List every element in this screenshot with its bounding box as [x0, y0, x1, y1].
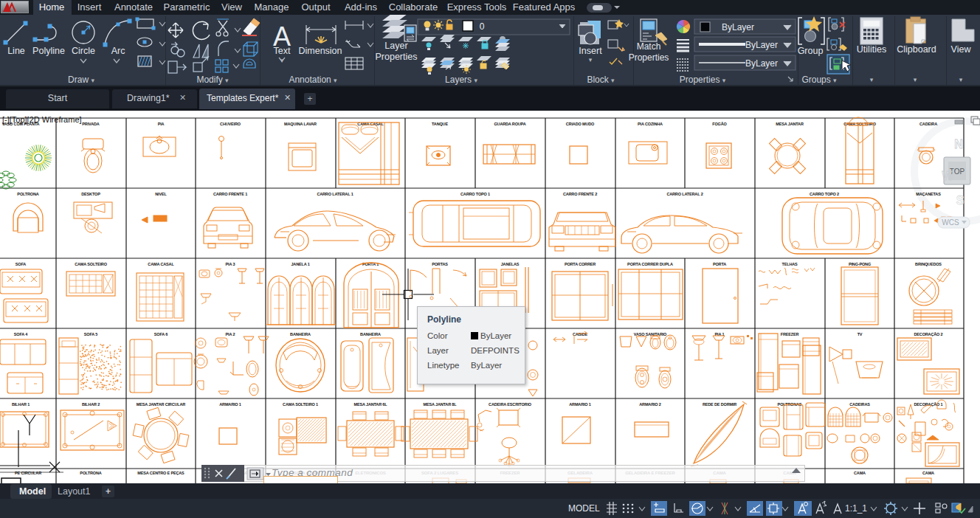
svg-text:SOFA 5: SOFA 5 [84, 332, 98, 336]
svg-text:PIA 2: PIA 2 [226, 332, 235, 336]
svg-text:PORTA CORRER DUPLA: PORTA CORRER DUPLA [627, 262, 673, 266]
svg-text:BILHAR 1: BILHAR 1 [12, 402, 30, 407]
svg-text:MESA JANTAR CIRCULAR: MESA JANTAR CIRCULAR [137, 402, 186, 407]
svg-text:BRINQUEDOS: BRINQUEDOS [915, 262, 942, 266]
svg-text:POLTRONA: POLTRONA [80, 471, 101, 475]
svg-text:ByLayer: ByLayer [745, 40, 778, 50]
svg-text:WCS: WCS [942, 218, 959, 227]
svg-text:CADEIRA: CADEIRA [919, 122, 937, 126]
svg-text:PE CIRCULAR: PE CIRCULAR [15, 471, 41, 475]
svg-text:ARMARIO 2: ARMARIO 2 [639, 402, 661, 407]
svg-text:FOGÃO: FOGÃO [712, 122, 727, 126]
svg-text:ARMARIO 1: ARMARIO 1 [569, 402, 591, 407]
svg-text:FREEZER: FREEZER [781, 332, 799, 336]
svg-text:VASO SANITARIO: VASO SANITARIO [634, 332, 667, 336]
svg-text:TELHAS: TELHAS [781, 262, 798, 266]
svg-text:CAMA: CAMA [922, 471, 934, 475]
svg-text:MESA JANTAR 6L: MESA JANTAR 6L [354, 402, 388, 407]
svg-text:CARRO FRENTE 2: CARRO FRENTE 2 [563, 192, 597, 196]
svg-text:ARMARIO 1: ARMARIO 1 [219, 402, 241, 407]
svg-text:N: N [954, 138, 963, 151]
svg-text:CARRO FRENTE 1: CARRO FRENTE 1 [213, 192, 247, 196]
svg-text:MESA JANTAR 8L: MESA JANTAR 8L [424, 402, 458, 407]
svg-text:CAMA: CAMA [854, 471, 866, 475]
svg-text:CARRO TOPO 1: CARRO TOPO 1 [460, 192, 490, 196]
svg-text:JANELAS: JANELAS [501, 262, 520, 266]
svg-text:PIA COZINHA: PIA COZINHA [638, 122, 663, 126]
svg-text:ByLayer: ByLayer [745, 58, 778, 69]
svg-text:BILHAR 2: BILHAR 2 [82, 402, 100, 407]
svg-text:CARRO TOPO 2: CARRO TOPO 2 [810, 192, 839, 196]
svg-text:CHUVEIRO: CHUVEIRO [220, 122, 241, 126]
svg-text:PORTA CORRER: PORTA CORRER [565, 262, 596, 266]
svg-text:GUARDA ROUPA: GUARDA ROUPA [494, 122, 525, 126]
svg-text:TV: TV [858, 332, 863, 336]
svg-text:MAÇANETAS: MAÇANETAS [916, 192, 941, 196]
svg-text:DECORAÇÃO 1: DECORAÇÃO 1 [914, 402, 943, 407]
svg-text:SOFA: SOFA [15, 262, 27, 266]
svg-text:PORTAS: PORTAS [432, 262, 448, 266]
svg-text:NIVEL: NIVEL [155, 192, 167, 196]
svg-text:PING-PONG: PING-PONG [849, 262, 871, 266]
svg-text:0: 0 [480, 21, 485, 32]
svg-text:1:1_1: 1:1_1 [845, 503, 867, 514]
svg-text:TANQUE: TANQUE [432, 122, 448, 126]
svg-text:S: S [956, 194, 965, 207]
svg-text:SOFA 4: SOFA 4 [14, 332, 29, 336]
svg-text:PORTA: PORTA [713, 262, 726, 266]
svg-text:JANELA 1: JANELA 1 [291, 262, 309, 266]
svg-text:DESKTOP: DESKTOP [81, 192, 100, 196]
svg-text:[-][Top][2D Wireframe]: [-][Top][2D Wireframe] [2, 115, 82, 124]
svg-text:DECORAÇÃO 2: DECORAÇÃO 2 [914, 332, 943, 336]
svg-text:CARRO LATERAL 2: CARRO LATERAL 2 [666, 192, 703, 196]
svg-text:CADEIRAS: CADEIRAS [849, 402, 870, 407]
svg-text:ByLayer: ByLayer [722, 22, 754, 32]
svg-text:CAMA SOLTEIRO: CAMA SOLTEIRO [75, 262, 107, 266]
svg-text:W: W [942, 170, 953, 182]
svg-text:CRIADO MUDO: CRIADO MUDO [566, 122, 595, 126]
svg-text:CAMA CASAL: CAMA CASAL [148, 262, 174, 266]
svg-text:PIA 3: PIA 3 [226, 262, 235, 266]
svg-text:REDE DE DORMIR: REDE DE DORMIR [703, 402, 736, 407]
svg-text:PIA: PIA [158, 122, 165, 126]
svg-text:MESA CENTRO E PEÇAS: MESA CENTRO E PEÇAS [137, 471, 184, 475]
svg-text:SOFA 6: SOFA 6 [154, 332, 168, 336]
svg-text:POLTRONA: POLTRONA [17, 192, 38, 196]
svg-text:CABIDE: CABIDE [573, 332, 588, 336]
svg-text:CAMA SOLTEIRO 1: CAMA SOLTEIRO 1 [283, 402, 318, 407]
svg-text:CARRO LATERAL 1: CARRO LATERAL 1 [317, 192, 353, 196]
svg-text:BANHEIRA: BANHEIRA [290, 332, 311, 336]
svg-text:BANHEIRA: BANHEIRA [360, 332, 381, 336]
svg-text:CADEIRA ESCRITORIO: CADEIRA ESCRITORIO [489, 402, 532, 407]
svg-text:PRIVADA: PRIVADA [82, 122, 99, 126]
svg-text:MAQUINA LAVAR: MAQUINA LAVAR [284, 122, 317, 126]
svg-text:MESA JANTAR: MESA JANTAR [776, 122, 804, 126]
